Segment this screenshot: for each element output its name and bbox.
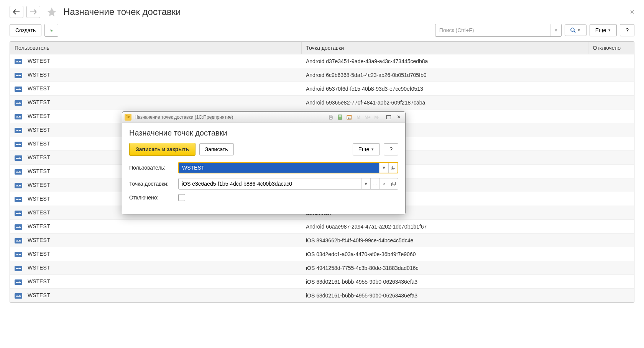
row-type-icon [15, 100, 22, 106]
cell-point: iOS 8943662b-fd4f-40f9-99ce-d4bce4c5dc4e [301, 234, 588, 247]
user-input[interactable] [179, 163, 379, 173]
point-field-label: Точка доставки: [129, 181, 175, 187]
more-button[interactable]: Еще ▼ [590, 24, 617, 36]
table-row[interactable]: WSTESTAndroid 65370f6d-fc15-40b8-93d3-e7… [10, 82, 634, 96]
cell-point: Android 59365e82-770f-4841-a0b2-609f2187… [301, 96, 588, 109]
dialog-more-button[interactable]: Еще ▼ [353, 143, 380, 155]
print-icon[interactable] [328, 114, 334, 120]
table-row[interactable]: WSTESTAndroid d37e3451-9ade-43a9-a43c-47… [10, 54, 634, 68]
more-label: Еще [595, 27, 606, 33]
row-type-icon [15, 183, 22, 188]
point-input-complex: ▼ … × [178, 178, 398, 190]
calculator-icon[interactable] [337, 114, 343, 120]
create-button[interactable]: Создать [10, 24, 41, 36]
chevron-down-icon: ▼ [608, 28, 611, 32]
table-row[interactable]: WSTESTiOS 63d02161-b6bb-4955-90b0-062634… [10, 275, 634, 289]
user-field-label: Пользователь: [129, 165, 175, 171]
table-row[interactable]: WSTESTAndroid 59365e82-770f-4841-a0b2-60… [10, 96, 634, 109]
table-row[interactable]: WSTESTAndroid 6c9b6368-5da1-4c23-ab26-0b… [10, 68, 634, 82]
cell-off [588, 261, 634, 275]
table-row[interactable]: WSTESTiOS 4941258d-7755-4c3b-80de-31883d… [10, 261, 634, 275]
svg-rect-12 [387, 115, 391, 119]
column-header-point[interactable]: Точка доставки [301, 42, 588, 54]
close-page-button[interactable]: × [630, 8, 634, 16]
m-minus-icon: M- [374, 114, 380, 120]
edit-dialog: 1c Назначение точек доставки (1С:Предпри… [122, 111, 406, 214]
point-clear-button[interactable]: × [380, 178, 389, 189]
table-row[interactable]: WSTESTiOS 8943662b-fd4f-40f9-99ce-d4bce4… [10, 234, 634, 247]
row-type-icon [15, 224, 22, 230]
row-type-icon [15, 211, 22, 216]
document-plus-icon [50, 27, 53, 34]
dialog-titlebar[interactable]: 1c Назначение точек доставки (1С:Предпри… [122, 112, 405, 123]
help-button[interactable]: ? [620, 24, 634, 36]
row-type-icon [15, 155, 22, 161]
row-type-icon [15, 114, 22, 119]
row-type-icon [15, 169, 22, 175]
svg-line-3 [574, 31, 575, 33]
svg-rect-16 [393, 182, 396, 185]
user-input-complex: ▼ [178, 162, 398, 173]
favorite-star-icon[interactable] [46, 7, 57, 17]
svg-rect-6 [330, 118, 332, 119]
cell-point: Android d37e3451-9ade-43a9-a43c-473445ce… [301, 54, 588, 68]
svg-point-2 [571, 28, 574, 31]
cell-point: Android 65370f6d-fc15-40b8-93d3-e7cc90ef… [301, 82, 588, 96]
cell-user: WSTEST [10, 220, 301, 234]
row-type-icon [15, 128, 22, 133]
arrow-right-icon [30, 9, 36, 15]
search-clear-button[interactable]: × [550, 24, 561, 36]
calendar-icon[interactable]: 31 [346, 114, 352, 120]
svg-rect-14 [393, 166, 395, 168]
chevron-down-icon: ▼ [577, 28, 581, 32]
open-link-icon [391, 166, 395, 170]
dialog-help-button[interactable]: ? [384, 143, 398, 155]
svg-rect-5 [330, 115, 332, 117]
nav-forward-button[interactable] [26, 6, 40, 18]
cell-user: WSTEST [10, 234, 301, 247]
point-dropdown-button[interactable]: ▼ [361, 178, 370, 189]
write-button[interactable]: Записать [199, 143, 234, 155]
cell-point: Android 66aae987-2a94-47a1-a202-1dc70b1b… [301, 220, 588, 234]
window-restore-button[interactable] [384, 114, 393, 121]
app-1c-icon: 1c [125, 114, 131, 121]
open-link-icon [391, 182, 396, 186]
column-header-user[interactable]: Пользователь [10, 42, 301, 54]
svg-text:31: 31 [348, 116, 351, 119]
nav-back-button[interactable] [10, 6, 23, 18]
point-input[interactable] [179, 178, 361, 189]
search-dropdown-button[interactable]: ▼ [565, 25, 586, 36]
cell-point: iOS 63d02161-b6bb-4955-90b0-06263436efa3 [301, 275, 588, 289]
table-row[interactable]: WSTESTiOS 63d02161-b6bb-4955-90b0-062634… [10, 289, 634, 302]
cell-point: iOS 03d2edc1-a03a-4470-af0e-36b49f7e9060 [301, 247, 588, 261]
window-close-button[interactable]: ✕ [394, 114, 403, 121]
magnifier-icon [570, 28, 576, 33]
cell-user: WSTEST [10, 247, 301, 261]
row-type-icon [15, 142, 22, 147]
off-checkbox[interactable] [178, 194, 185, 201]
cell-off [588, 275, 634, 289]
search-input[interactable] [435, 27, 550, 33]
table-row[interactable]: WSTESTAndroid 66aae987-2a94-47a1-a202-1d… [10, 220, 634, 234]
page-title: Назначение точек доставки [63, 7, 181, 17]
dialog-window-title: Назначение точек доставки (1С:Предприяти… [135, 114, 233, 120]
copy-create-button[interactable] [44, 24, 58, 37]
main-toolbar: Создать × ▼ Еще ▼ ? [0, 22, 644, 41]
row-type-icon [15, 197, 22, 202]
cell-off [588, 178, 634, 192]
off-field-label: Отключено: [129, 194, 175, 201]
user-dropdown-button[interactable]: ▼ [379, 163, 388, 173]
cell-point: Android 6c9b6368-5da1-4c23-ab26-0b051d70… [301, 68, 588, 82]
cell-off [588, 165, 634, 178]
write-and-close-button[interactable]: Записать и закрыть [129, 143, 196, 156]
point-open-button[interactable] [389, 178, 398, 189]
cell-off [588, 220, 634, 234]
svg-rect-8 [339, 115, 342, 116]
column-header-off[interactable]: Отключено [588, 42, 634, 54]
cell-user: WSTEST [10, 54, 301, 68]
point-select-button[interactable]: … [370, 178, 380, 189]
user-open-button[interactable] [388, 163, 398, 173]
row-type-icon [15, 266, 22, 271]
table-row[interactable]: WSTESTiOS 03d2edc1-a03a-4470-af0e-36b49f… [10, 247, 634, 261]
row-type-icon [15, 279, 22, 285]
